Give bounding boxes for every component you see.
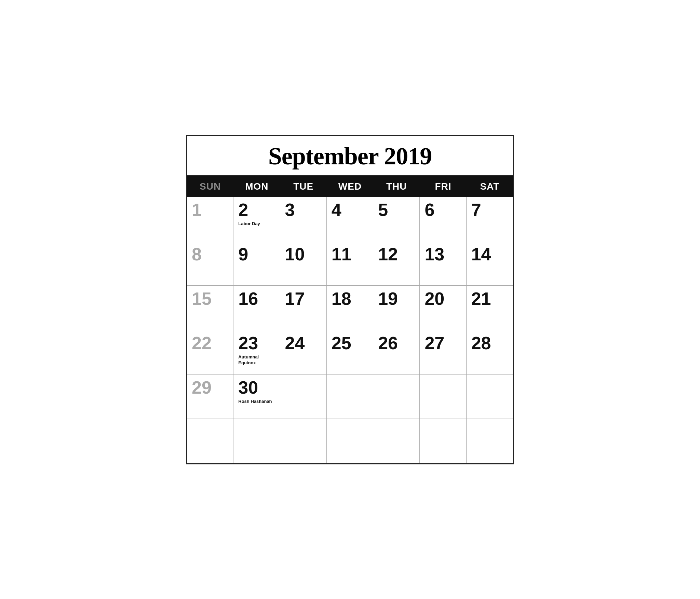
calendar-cell: 14 xyxy=(467,241,513,286)
calendar-cell: 8 xyxy=(187,241,233,286)
event-label: Labor Day xyxy=(238,221,275,227)
day-number: 26 xyxy=(378,333,415,353)
calendar-cell: 1 xyxy=(187,197,233,241)
day-number: 14 xyxy=(471,245,508,264)
day-header-thu: THU xyxy=(373,176,420,197)
day-number: 17 xyxy=(285,289,322,309)
day-header-wed: WED xyxy=(327,176,373,197)
calendar: September 2019 SUNMONTUEWEDTHUFRISAT 12L… xyxy=(186,135,514,464)
day-number: 1 xyxy=(192,200,228,220)
day-number: 16 xyxy=(238,289,275,309)
calendar-cell: 4 xyxy=(327,197,373,241)
calendar-cell xyxy=(233,419,280,463)
calendar-cell: 10 xyxy=(280,241,327,286)
day-number: 13 xyxy=(425,245,461,264)
day-number: 29 xyxy=(192,378,228,397)
day-header-mon: MON xyxy=(233,176,280,197)
calendar-cell: 9 xyxy=(233,241,280,286)
event-label: Rosh Hashanah xyxy=(238,399,275,405)
calendar-cell xyxy=(327,375,373,419)
calendar-cell xyxy=(420,419,466,463)
calendar-cell xyxy=(373,375,420,419)
day-number: 2 xyxy=(238,200,275,220)
calendar-cell: 28 xyxy=(467,330,513,375)
calendar-cell: 20 xyxy=(420,286,466,330)
day-number: 10 xyxy=(285,245,322,264)
day-number: 11 xyxy=(332,245,368,264)
day-header-fri: FRI xyxy=(420,176,466,197)
calendar-cell: 5 xyxy=(373,197,420,241)
calendar-cell xyxy=(280,375,327,419)
calendar-cell xyxy=(327,419,373,463)
calendar-cell: 16 xyxy=(233,286,280,330)
calendar-cell: 17 xyxy=(280,286,327,330)
calendar-cell xyxy=(467,419,513,463)
calendar-cell: 7 xyxy=(467,197,513,241)
day-number: 6 xyxy=(425,200,461,220)
calendar-cell: 6 xyxy=(420,197,466,241)
day-header-tue: TUE xyxy=(280,176,327,197)
calendar-cell: 12 xyxy=(373,241,420,286)
day-number: 18 xyxy=(332,289,368,309)
day-number: 28 xyxy=(471,333,508,353)
day-number: 21 xyxy=(471,289,508,309)
calendar-cell: 25 xyxy=(327,330,373,375)
day-number: 27 xyxy=(425,333,461,353)
day-number: 20 xyxy=(425,289,461,309)
day-number: 12 xyxy=(378,245,415,264)
day-number: 9 xyxy=(238,245,275,264)
day-number: 19 xyxy=(378,289,415,309)
day-number: 25 xyxy=(332,333,368,353)
calendar-cell xyxy=(467,375,513,419)
day-number: 8 xyxy=(192,245,228,264)
calendar-cell xyxy=(420,375,466,419)
calendar-cell: 2Labor Day xyxy=(233,197,280,241)
calendar-header: SUNMONTUEWEDTHUFRISAT xyxy=(187,176,513,197)
calendar-cell: 21 xyxy=(467,286,513,330)
calendar-cell: 29 xyxy=(187,375,233,419)
calendar-cell: 19 xyxy=(373,286,420,330)
day-number: 3 xyxy=(285,200,322,220)
day-number: 5 xyxy=(378,200,415,220)
calendar-cell: 24 xyxy=(280,330,327,375)
calendar-cell xyxy=(187,419,233,463)
day-number: 7 xyxy=(471,200,508,220)
calendar-title: September 2019 xyxy=(187,136,513,176)
day-number: 22 xyxy=(192,333,228,353)
day-header-sat: SAT xyxy=(467,176,513,197)
calendar-cell: 22 xyxy=(187,330,233,375)
calendar-cell: 26 xyxy=(373,330,420,375)
day-number: 15 xyxy=(192,289,228,309)
day-number: 4 xyxy=(332,200,368,220)
day-number: 30 xyxy=(238,378,275,397)
calendar-cell: 11 xyxy=(327,241,373,286)
calendar-cell: 13 xyxy=(420,241,466,286)
day-number: 24 xyxy=(285,333,322,353)
calendar-cell: 3 xyxy=(280,197,327,241)
calendar-body: 12Labor Day34567891011121314151617181920… xyxy=(187,197,513,463)
day-number: 23 xyxy=(238,333,275,353)
calendar-cell: 30Rosh Hashanah xyxy=(233,375,280,419)
day-header-sun: SUN xyxy=(187,176,233,197)
event-label: Autumnal Equinox xyxy=(238,354,275,366)
calendar-cell: 18 xyxy=(327,286,373,330)
calendar-cell: 15 xyxy=(187,286,233,330)
calendar-cell: 23Autumnal Equinox xyxy=(233,330,280,375)
calendar-cell xyxy=(373,419,420,463)
calendar-cell xyxy=(280,419,327,463)
calendar-cell: 27 xyxy=(420,330,466,375)
